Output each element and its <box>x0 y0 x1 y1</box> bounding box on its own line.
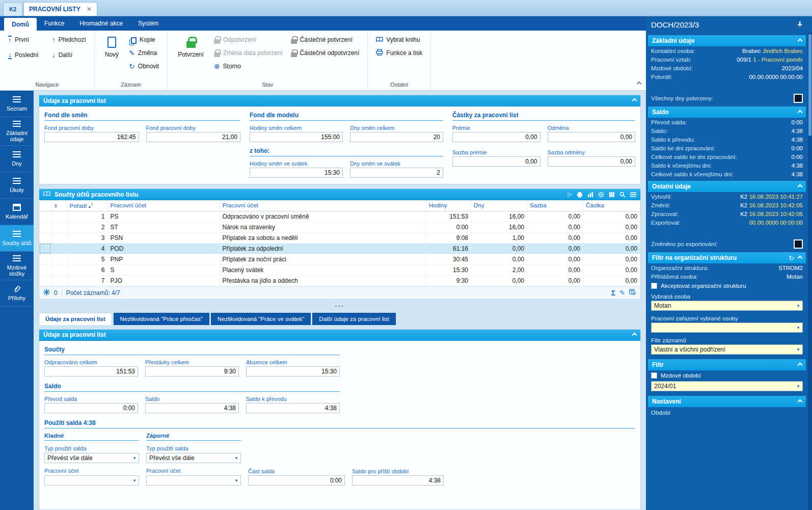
saldo-k-prevodu-input[interactable]: 4:38 <box>246 403 340 413</box>
sidebar-item-seznam[interactable]: Seznam <box>0 91 34 117</box>
partial-confirm-button[interactable]: Částečné potvrzení <box>288 34 363 46</box>
header-hodiny[interactable]: Hodiny <box>426 200 471 211</box>
cell-poradi[interactable]: 7 <box>67 275 107 286</box>
cell-hodiny[interactable]: 61:16 <box>426 243 471 254</box>
akceptovat-org-strukturu-checkbox[interactable] <box>651 283 657 289</box>
table-row[interactable]: 7 PJO Přestávka na jídlo a oddech 9:30 0… <box>39 275 640 286</box>
chevron-down-icon[interactable]: ▾ <box>232 478 240 483</box>
header-sazba[interactable]: Sazba <box>527 200 583 211</box>
saldo-pristi-obdobi-input[interactable]: 4:38 <box>352 475 444 486</box>
collapse-chevron-icon[interactable] <box>798 362 803 367</box>
chevron-down-icon[interactable]: ▾ <box>794 303 802 308</box>
cell-nazev[interactable]: Odpracováno v pracovní směně <box>220 211 426 222</box>
cell-nazev[interactable]: Příplatek za sobotu a neděli <box>220 232 426 243</box>
cell-castka[interactable]: 0,00 <box>583 211 640 222</box>
ribbon-collapse-button[interactable] <box>637 80 641 87</box>
cell-poradi[interactable]: 4 <box>67 243 107 254</box>
cell-sazba[interactable]: 0,00 <box>527 232 583 243</box>
menu-funkce[interactable]: Funkce <box>37 16 72 31</box>
cell-nazev[interactable]: Přestávka na jídlo a oddech <box>220 275 426 286</box>
run-icon[interactable]: ▷ <box>568 191 572 198</box>
value-link[interactable]: Jindřich Brabec <box>763 48 803 54</box>
cell-castka[interactable]: 0,00 <box>583 222 640 232</box>
sazba-premie-input[interactable]: 0,00 <box>452 156 540 167</box>
cell-castka[interactable]: 0,00 <box>583 275 640 286</box>
sidebar-item-kalendar[interactable]: Kalendář <box>0 199 34 225</box>
chevron-down-icon[interactable]: ▾ <box>232 455 240 461</box>
tab-nezlikvidovana-prace-prescas[interactable]: Nezlikvidovaná "Práce přesčas" <box>114 313 209 325</box>
header-castka[interactable]: Částka <box>583 200 640 211</box>
section-header[interactable]: Saldo <box>648 106 806 118</box>
collapse-chevron-icon[interactable] <box>798 184 803 189</box>
chevron-down-icon[interactable]: ▾ <box>130 455 139 461</box>
prestavky-celkem-input[interactable]: 9:30 <box>145 366 239 377</box>
cell-s[interactable] <box>51 211 67 222</box>
last-button[interactable]: ↓ Poslední <box>5 49 42 61</box>
print-icon[interactable] <box>577 192 583 198</box>
new-button[interactable]: Nový <box>100 34 124 58</box>
cell-kod[interactable]: PS <box>107 211 220 222</box>
cell-sazba[interactable]: 0,00 <box>527 264 583 275</box>
header-select[interactable] <box>39 200 51 211</box>
cell-castka[interactable]: 0,00 <box>583 254 640 264</box>
cell-poradi[interactable]: 5 <box>67 254 107 264</box>
value-link[interactable]: 1 - Pracovní poměr <box>753 57 803 63</box>
hodiny-smen-celkem-input[interactable]: 155:00 <box>250 132 343 142</box>
cell-castka[interactable]: 0,00 <box>583 243 640 254</box>
row-select-cell[interactable] <box>39 275 51 286</box>
vsechny-dny-potvrzeny-checkbox[interactable] <box>794 94 803 103</box>
search-icon[interactable] <box>619 192 626 198</box>
cell-poradi[interactable]: 2 <box>67 222 107 232</box>
cast-salda-input[interactable]: 0:00 <box>248 475 345 486</box>
section-header[interactable]: Základní údaje <box>648 35 806 46</box>
cell-s[interactable] <box>51 243 67 254</box>
cell-hodiny[interactable]: 30:45 <box>426 254 471 264</box>
copy-button[interactable]: Kopie <box>126 34 162 46</box>
storno-button[interactable]: ⊗ Storno <box>211 60 286 72</box>
chevron-down-icon[interactable]: ▾ <box>130 478 139 483</box>
row-select-cell[interactable] <box>39 232 51 243</box>
table-row-selected[interactable]: 4 POD Příplatek za odpolední 61:16 0,00 … <box>39 243 640 254</box>
cell-hodiny[interactable]: 9:30 <box>426 275 471 286</box>
sidebar-item-prilohy[interactable]: Přílohy <box>0 280 34 307</box>
cell-sazba[interactable]: 0,00 <box>527 254 583 264</box>
web-icon[interactable] <box>598 192 604 198</box>
cell-dny[interactable]: 16,00 <box>471 222 527 232</box>
odmena-input[interactable]: 0,00 <box>548 132 636 142</box>
filtr-zaznamu-combo[interactable]: Vlastní a všichni podřízení ▾ <box>651 344 803 355</box>
app-tab-k2[interactable]: K2 <box>3 2 22 16</box>
cell-poradi[interactable]: 6 <box>67 264 107 275</box>
chevron-down-icon[interactable]: ▾ <box>794 325 802 330</box>
pracovni-ucet-zaporne-combo[interactable]: ▾ <box>146 475 241 486</box>
sazba-odmeny-input[interactable]: 0,00 <box>548 156 636 167</box>
value-link[interactable]: 16.08.2023 10:42:05 <box>749 202 803 208</box>
cell-nazev[interactable]: Příplatek za odpolední <box>220 243 426 254</box>
cell-dny[interactable]: 0,00 <box>471 254 527 264</box>
grid-edit-icon[interactable] <box>629 289 636 297</box>
right-panel-scrollbar[interactable] <box>808 33 812 510</box>
prevod-salda-input[interactable]: 0:00 <box>44 403 138 413</box>
table-row[interactable]: 3 PSN Příplatek za sobotu a neděli 9:08 … <box>39 232 640 243</box>
edit-icon[interactable]: ✎ <box>619 289 625 297</box>
tab-nezlikvidovana-prace-ve-svatek[interactable]: Nezlikvidovaná "Práce ve svátek" <box>211 313 311 325</box>
sidebar-item-mzdove-slozky[interactable]: Mzdové složky <box>0 252 34 280</box>
functions-print-button[interactable]: Funkce a tisk <box>373 47 425 59</box>
premie-input[interactable]: 0,00 <box>452 132 540 142</box>
row-select-cell[interactable] <box>39 222 51 232</box>
fond-pracovni-doby-dny-input[interactable]: 21,00 <box>146 132 241 142</box>
cell-castka[interactable]: 0,00 <box>583 232 640 243</box>
refresh-button[interactable]: ↻ Obnovit <box>126 60 162 72</box>
menu-system[interactable]: Systém <box>130 16 166 31</box>
row-select-cell[interactable] <box>39 254 51 264</box>
mzdove-obdobi-checkbox[interactable] <box>651 372 657 379</box>
window-tab-pracovni-listy[interactable]: PRACOVNÍ LISTY ✕ <box>23 2 97 16</box>
freeze-icon[interactable] <box>43 289 50 297</box>
cell-s[interactable] <box>51 254 67 264</box>
value-link[interactable]: 16.08.2023 10:42:05 <box>749 211 803 217</box>
partial-unconfirm-button[interactable]: Částečné odpotvrzení <box>288 47 363 59</box>
horizontal-splitter[interactable]: ••• <box>39 304 641 309</box>
menu-domu[interactable]: Domů <box>4 18 37 31</box>
odpracovano-celkem-input[interactable]: 151:53 <box>44 366 138 377</box>
row-select-cell[interactable] <box>39 211 51 222</box>
cell-dny[interactable]: 0,00 <box>471 243 527 254</box>
